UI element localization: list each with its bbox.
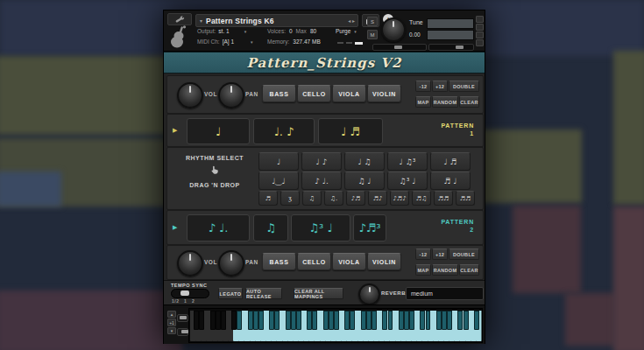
pattern2-transpose-down-button[interactable]: -12 xyxy=(415,248,431,260)
piano-black-key[interactable] xyxy=(457,311,463,330)
piano-black-key[interactable] xyxy=(210,311,216,330)
rhythm-r3c4[interactable]: ♫. xyxy=(324,191,343,206)
rhythm-r2c1[interactable]: ♩‿♩ xyxy=(258,172,299,190)
piano-black-key[interactable] xyxy=(442,311,447,330)
tune-knob[interactable] xyxy=(381,18,406,42)
piano-black-key[interactable] xyxy=(216,311,221,330)
piano-black-key[interactable] xyxy=(329,311,334,330)
pattern1-transpose-up-button[interactable]: +12 xyxy=(432,80,448,92)
output-field[interactable]: Output: st. 1 ▾ xyxy=(197,28,246,34)
piano-black-key[interactable] xyxy=(258,311,264,330)
pattern2-viola-button[interactable]: VIOLA xyxy=(332,253,366,270)
rhythm-r3c1[interactable]: ♬ xyxy=(258,191,278,206)
piano-black-key[interactable] xyxy=(296,311,301,330)
header-aux-button-2[interactable] xyxy=(476,24,484,31)
reverb-preset-dropdown[interactable]: medium xyxy=(406,287,484,300)
rhythm-r3c5[interactable]: ♪♬ xyxy=(346,191,365,206)
header-slider-right[interactable] xyxy=(428,44,474,51)
pattern1-clear-button[interactable]: CLEAR xyxy=(459,96,479,108)
piano-black-key[interactable] xyxy=(221,311,226,330)
next-instrument-icon[interactable]: ▸ xyxy=(352,18,355,24)
midi-field[interactable]: MIDI Ch: [A] 1 ▾ xyxy=(197,38,253,45)
pattern1-map-button[interactable]: MAP xyxy=(415,96,431,108)
pattern2-bass-button[interactable]: BASS xyxy=(262,253,296,270)
pattern1-slot-3[interactable]: ♩ ♬ xyxy=(318,118,383,144)
wrench-button[interactable] xyxy=(167,13,192,25)
piano-black-key[interactable] xyxy=(237,311,242,330)
output-dropdown-icon[interactable]: ▾ xyxy=(244,29,247,34)
rhythm-r2c5[interactable]: ♬ ♩ xyxy=(430,172,471,190)
piano-black-key[interactable] xyxy=(323,311,329,330)
rhythm-r3c3[interactable]: ♫ xyxy=(302,191,322,206)
piano-black-key[interactable] xyxy=(231,311,237,330)
piano-black-key[interactable] xyxy=(366,311,372,330)
rhythm-r3c2[interactable]: ʒ xyxy=(280,191,300,206)
piano-black-key[interactable] xyxy=(426,311,431,330)
mod-wheel[interactable] xyxy=(177,328,188,336)
pattern1-cello-button[interactable]: CELLO xyxy=(297,85,331,102)
piano-black-key[interactable] xyxy=(409,311,414,330)
mute-button[interactable]: M xyxy=(367,30,378,39)
pattern1-play-icon[interactable]: ▶ xyxy=(173,127,177,134)
purge-menu[interactable]: Purge ▾ xyxy=(336,28,357,34)
midi-dropdown-icon[interactable]: ▾ xyxy=(251,39,253,45)
pattern1-slot-2[interactable]: ♩. ♪ xyxy=(253,118,315,144)
piano-black-key[interactable] xyxy=(312,311,317,330)
prev-instrument-icon[interactable]: ◂ xyxy=(348,18,350,24)
pattern2-cello-button[interactable]: CELLO xyxy=(297,253,331,270)
rhythm-r3c8[interactable]: ♬♫ xyxy=(412,191,431,206)
pattern1-double-button[interactable]: DOUBLE xyxy=(449,80,479,92)
piano-black-key[interactable] xyxy=(334,311,339,330)
pattern2-slot-1[interactable]: ♪ ♩. xyxy=(187,214,250,242)
piano-black-key[interactable] xyxy=(420,311,425,330)
pattern2-play-icon[interactable]: ▶ xyxy=(173,224,177,231)
header-slider-left[interactable] xyxy=(372,44,427,51)
pattern1-random-button[interactable]: RANDOM xyxy=(432,96,458,108)
piano-black-key[interactable] xyxy=(372,311,377,330)
pattern2-vol-knob[interactable] xyxy=(177,250,203,276)
piano-black-key[interactable] xyxy=(199,311,204,330)
pitch-wheel[interactable] xyxy=(177,314,188,322)
keyboard-octave-down-button[interactable]: ▾ xyxy=(167,327,176,334)
rhythm-r1c5[interactable]: ♩ ♬ xyxy=(430,152,471,171)
header-aux-button-3[interactable] xyxy=(476,32,484,38)
piano-black-key[interactable] xyxy=(447,311,452,330)
pattern2-clear-button[interactable]: CLEAR xyxy=(459,264,479,276)
reverb-knob[interactable] xyxy=(358,284,380,305)
piano-black-key[interactable] xyxy=(350,311,355,330)
piano-black-key[interactable] xyxy=(291,311,296,330)
solo-button[interactable]: S xyxy=(367,17,378,26)
rhythm-r3c9[interactable]: ♬♬ xyxy=(434,191,453,206)
purge-dropdown-icon[interactable]: ▾ xyxy=(354,29,357,34)
piano-black-key[interactable] xyxy=(399,311,404,330)
piano-black-key[interactable] xyxy=(253,311,258,330)
piano-black-key[interactable] xyxy=(194,311,199,330)
piano-black-key[interactable] xyxy=(361,311,366,330)
pattern2-random-button[interactable]: RANDOM xyxy=(432,264,458,276)
pattern2-map-button[interactable]: MAP xyxy=(415,264,431,276)
rhythm-r2c3[interactable]: ♫ ♩ xyxy=(344,172,385,190)
rhythm-r2c2[interactable]: ♪ ♩. xyxy=(301,172,342,190)
piano-black-key[interactable] xyxy=(382,311,387,330)
clear-all-mappings-button[interactable]: CLEAR ALL MAPPINGS xyxy=(294,288,343,299)
rhythm-r3c7[interactable]: ♪♬♪ xyxy=(390,191,409,206)
piano-black-key[interactable] xyxy=(248,311,253,330)
keyboard-keys[interactable] xyxy=(190,311,481,341)
pattern1-transpose-down-button[interactable]: -12 xyxy=(415,80,431,92)
instrument-title-bar[interactable]: ▾ Pattern Strings K6 ◂ ▸ xyxy=(195,14,358,27)
header-aux-button-4[interactable] xyxy=(476,39,484,46)
piano-black-key[interactable] xyxy=(274,311,280,330)
header-aux-button-1[interactable] xyxy=(476,16,484,23)
pattern2-transpose-up-button[interactable]: +12 xyxy=(432,248,448,260)
piano-black-key[interactable] xyxy=(307,311,312,330)
pattern2-double-button[interactable]: DOUBLE xyxy=(449,248,479,260)
piano-black-key[interactable] xyxy=(388,311,393,330)
tempo-sync-slider[interactable] xyxy=(171,289,209,298)
title-dropdown-icon[interactable]: ▾ xyxy=(200,18,202,24)
rhythm-r3c10[interactable]: ♬♬ xyxy=(456,191,475,206)
piano-black-key[interactable] xyxy=(286,311,291,330)
keyboard-octave-up-button[interactable]: ▴ xyxy=(167,311,176,318)
pattern1-bass-button[interactable]: BASS xyxy=(262,85,296,102)
legato-button[interactable]: LEGATO xyxy=(218,288,243,299)
piano-black-key[interactable] xyxy=(464,311,469,330)
